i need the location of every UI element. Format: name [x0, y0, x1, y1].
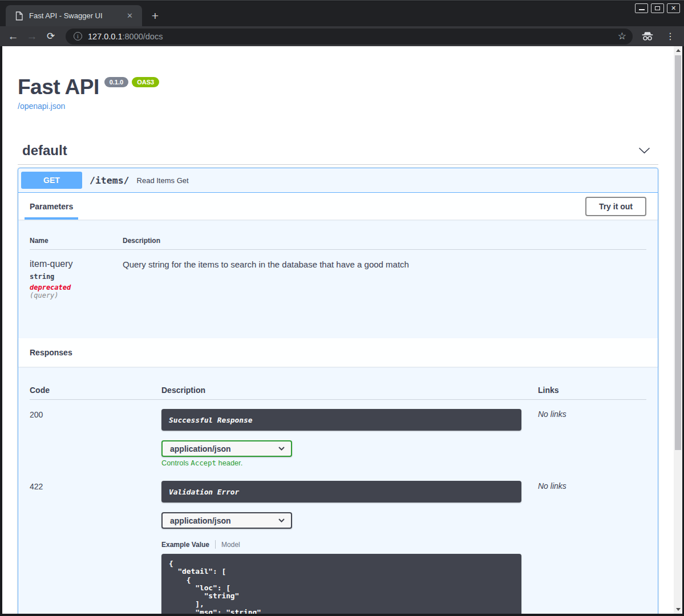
example-model-tabs: Example Value Model	[161, 540, 538, 549]
tag-section-title: default	[22, 143, 67, 159]
response-description-text: Validation Error	[169, 488, 239, 496]
param-col-description: Description	[123, 237, 646, 250]
site-info-icon[interactable]: i	[74, 32, 82, 40]
minimize-button[interactable]	[635, 3, 648, 13]
version-badge: 0.1.0	[104, 77, 128, 87]
api-header: Fast API 0.1.0 OAS3	[18, 76, 658, 98]
response-code: 422	[30, 472, 161, 614]
incognito-icon[interactable]	[641, 31, 654, 41]
window-controls: ✕	[635, 3, 680, 13]
scrollbar-up-button[interactable]	[674, 46, 682, 55]
response-description-cell: Successful Response application/json Con…	[161, 400, 538, 467]
scrollbar-down-button[interactable]	[674, 605, 682, 614]
close-button[interactable]: ✕	[667, 3, 680, 13]
scroll-up-icon	[676, 49, 681, 52]
url-text: 127.0.0.1:8000/docs	[88, 32, 163, 41]
maximize-icon	[655, 6, 660, 10]
media-type-select[interactable]: application/json	[161, 440, 292, 457]
minimize-icon	[639, 9, 645, 10]
url-host: 127.0.0.1	[88, 32, 122, 41]
response-row-200: 200 Successful Response application/json…	[30, 400, 646, 467]
address-bar[interactable]: i 127.0.0.1:8000/docs ☆	[66, 29, 633, 44]
oas3-badge: OAS3	[132, 77, 159, 87]
response-description-text: Successful Response	[169, 416, 252, 424]
http-method-badge: GET	[21, 172, 82, 189]
response-links: No links	[538, 472, 646, 614]
tab-strip: Fast API - Swagger UI ✕ + ✕	[0, 1, 684, 26]
parameters-heading: Parameters	[30, 202, 73, 211]
new-tab-button[interactable]: +	[147, 8, 163, 24]
url-path: :8000/docs	[122, 32, 163, 41]
reload-icon[interactable]: ⟳	[44, 31, 57, 41]
chevron-down-icon[interactable]	[638, 147, 650, 154]
parameter-location: (query)	[30, 291, 123, 299]
media-type-select[interactable]: application/json	[161, 512, 292, 529]
parameters-tab-header: Parameters Try it out	[18, 193, 658, 220]
media-type-value: application/json	[170, 444, 231, 453]
swagger-content: Fast API 0.1.0 OAS3 /openapi.json defaul…	[2, 76, 674, 614]
parameter-row-name-cell: item-query string deprecated (query)	[30, 250, 123, 299]
endpoint-path: /items/	[90, 175, 129, 186]
browser-tab[interactable]: Fast API - Swagger UI ✕	[6, 5, 142, 26]
try-it-out-button[interactable]: Try it out	[585, 197, 646, 216]
response-description-box: Successful Response	[161, 409, 521, 431]
chevron-down-icon	[278, 447, 285, 451]
response-links: No links	[538, 400, 646, 467]
example-json-block: { "detail": [ { "loc": [ "string" ], "ms…	[161, 554, 521, 614]
tab-parameters: Parameters	[25, 193, 78, 220]
response-description-box: Validation Error	[161, 481, 521, 502]
swagger-page: Fast API 0.1.0 OAS3 /openapi.json defaul…	[2, 46, 674, 614]
parameter-description: Query string for the items to search in …	[123, 250, 646, 299]
responses-col-code: Code	[30, 386, 161, 400]
browser-toolbar: ← → ⟳ i 127.0.0.1:8000/docs ☆ ⋮	[0, 26, 684, 46]
media-type-value: application/json	[170, 516, 231, 525]
tab-title: Fast API - Swagger UI	[29, 11, 123, 20]
responses-section: Code Description Links 200 Successful Re…	[18, 367, 658, 614]
accept-note-suffix: header.	[216, 459, 242, 467]
openapi-spec-link[interactable]: /openapi.json	[18, 102, 65, 111]
responses-header: Responses	[18, 338, 658, 367]
back-icon[interactable]: ←	[7, 31, 19, 42]
chevron-down-icon	[278, 518, 285, 522]
parameter-deprecated-label: deprecated	[30, 283, 123, 291]
close-icon: ✕	[671, 5, 676, 11]
accept-header-note: Controls Accept header.	[161, 459, 538, 467]
endpoint-summary: Read Items Get	[137, 176, 189, 185]
maximize-button[interactable]	[651, 3, 664, 13]
bookmark-star-icon[interactable]: ☆	[618, 30, 626, 42]
forward-icon[interactable]: →	[26, 31, 38, 42]
accept-note-code: Accept	[191, 459, 216, 467]
responses-col-description: Description	[161, 386, 538, 400]
parameters-table: Name Description item-query string depre…	[30, 237, 646, 299]
response-description-cell: Validation Error application/json Exampl…	[161, 472, 538, 614]
opblock-summary[interactable]: GET /items/ Read Items Get	[18, 168, 658, 193]
parameter-name: item-query	[30, 259, 123, 269]
response-code: 200	[30, 400, 161, 467]
tab-model[interactable]: Model	[221, 541, 240, 549]
scroll-down-icon	[676, 608, 681, 611]
tab-example-value[interactable]: Example Value	[161, 541, 209, 549]
browser-window: Fast API - Swagger UI ✕ + ✕ ← → ⟳ i 127.…	[0, 0, 684, 616]
tab-separator	[215, 540, 216, 549]
parameter-type: string	[30, 273, 123, 281]
scrollbar-thumb[interactable]	[675, 55, 681, 450]
vertical-scrollbar	[674, 46, 682, 614]
tag-section-header[interactable]: default	[18, 143, 658, 165]
param-col-name: Name	[30, 237, 123, 250]
api-title: Fast API	[18, 76, 99, 98]
api-badges: 0.1.0 OAS3	[104, 77, 159, 87]
parameters-section: Name Description item-query string depre…	[18, 220, 658, 338]
tab-close-icon[interactable]: ✕	[123, 11, 136, 20]
accept-note-prefix: Controls	[161, 459, 191, 467]
responses-table-head: Code Description Links	[30, 386, 646, 400]
document-icon	[15, 11, 23, 21]
responses-heading: Responses	[30, 348, 72, 357]
response-row-422: 422 Validation Error application/json Ex…	[30, 472, 646, 614]
get-items-opblock: GET /items/ Read Items Get Parameters Tr…	[18, 168, 658, 614]
kebab-menu-icon[interactable]: ⋮	[666, 31, 675, 42]
responses-col-links: Links	[538, 386, 646, 400]
